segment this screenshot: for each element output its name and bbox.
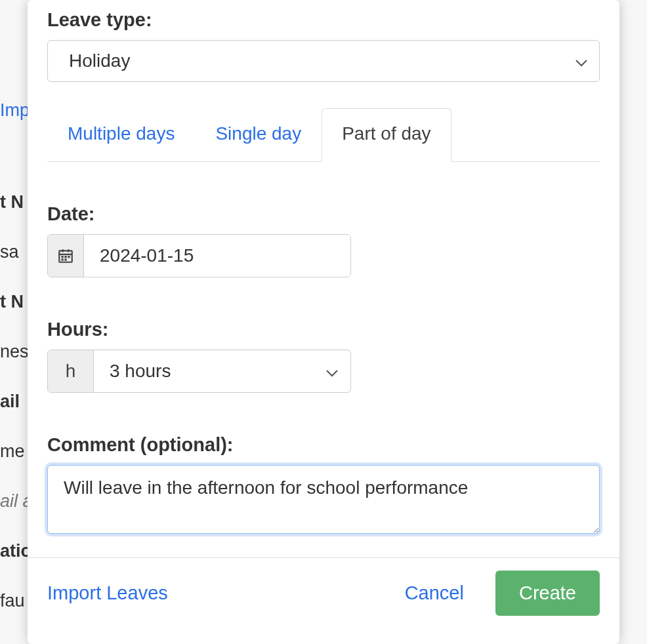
cancel-button[interactable]: Cancel bbox=[401, 582, 468, 605]
duration-tabs: Multiple days Single day Part of day bbox=[47, 108, 600, 162]
hours-value: 3 hours bbox=[110, 361, 171, 382]
bg-text: sa bbox=[0, 227, 29, 277]
svg-rect-8 bbox=[64, 258, 66, 260]
svg-rect-4 bbox=[62, 256, 64, 258]
comment-textarea[interactable] bbox=[47, 465, 600, 534]
svg-rect-7 bbox=[62, 258, 64, 260]
create-button[interactable]: Create bbox=[495, 571, 600, 616]
bg-text: ail a bbox=[0, 476, 29, 526]
leave-type-label: Leave type: bbox=[47, 9, 600, 31]
hours-label: Hours: bbox=[47, 319, 600, 340]
hours-select[interactable]: 3 hours bbox=[94, 350, 350, 392]
modal-footer: Import Leaves Cancel Create bbox=[28, 557, 619, 644]
bg-text: t N bbox=[0, 177, 29, 227]
date-input[interactable] bbox=[84, 235, 350, 277]
date-input-group bbox=[47, 234, 351, 277]
leave-type-value: Holiday bbox=[69, 50, 130, 71]
date-label: Date: bbox=[47, 203, 600, 225]
tab-single-day[interactable]: Single day bbox=[195, 108, 322, 162]
chevron-down-icon bbox=[325, 361, 339, 382]
hours-input-group: h 3 hours bbox=[47, 350, 351, 393]
bg-text: npa bbox=[0, 626, 29, 644]
leave-modal: Leave type: Holiday Multiple days Single… bbox=[28, 0, 619, 644]
svg-rect-5 bbox=[64, 256, 66, 258]
comment-label: Comment (optional): bbox=[47, 434, 600, 456]
hours-addon: h bbox=[48, 350, 94, 392]
tab-part-of-day[interactable]: Part of day bbox=[322, 108, 451, 162]
bg-text: atio bbox=[0, 526, 29, 576]
bg-text: me bbox=[0, 426, 29, 476]
bg-text: fau bbox=[0, 576, 29, 626]
chevron-down-icon bbox=[575, 50, 588, 71]
bg-text: nes bbox=[0, 327, 29, 376]
bg-text: ail bbox=[0, 376, 29, 426]
tab-multiple-days[interactable]: Multiple days bbox=[47, 108, 195, 162]
bg-link-fragment: Imp bbox=[0, 100, 29, 121]
leave-type-select[interactable]: Holiday bbox=[47, 40, 600, 82]
calendar-icon bbox=[48, 235, 84, 277]
import-leaves-link[interactable]: Import Leaves bbox=[47, 582, 168, 604]
bg-text: t N bbox=[0, 277, 29, 327]
svg-rect-6 bbox=[68, 256, 70, 258]
